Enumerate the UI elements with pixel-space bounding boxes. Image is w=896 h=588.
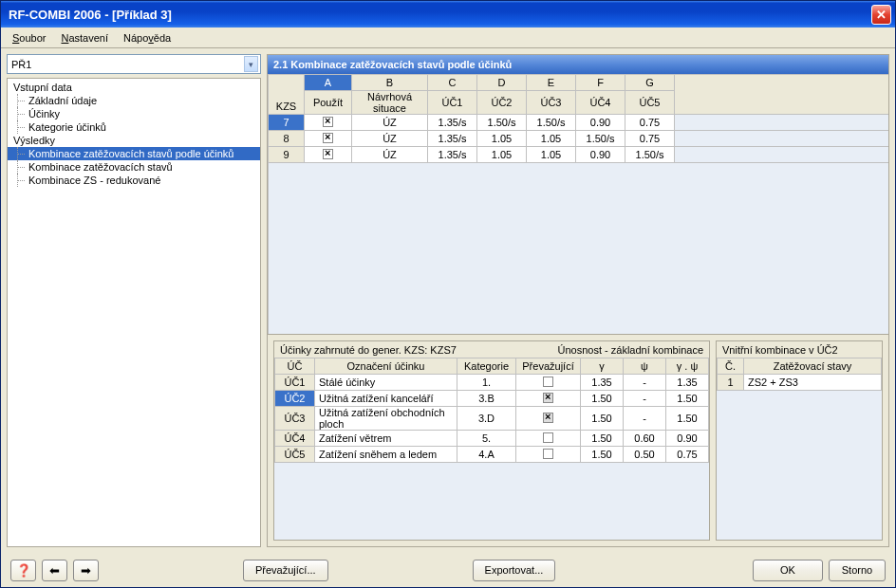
menu-help[interactable]: Nápověda [118, 30, 177, 46]
nav-next-button[interactable]: ➡ [73, 560, 99, 581]
ok-button[interactable]: OK [753, 560, 823, 581]
chevron-down-icon[interactable]: ▾ [244, 56, 258, 72]
checkbox-icon [543, 413, 553, 423]
close-button[interactable]: ✕ [871, 5, 891, 25]
inner-combinations-table[interactable]: Č. Zatěžovací stavy 1 ZS2 + ZS3 [717, 358, 882, 391]
case-select[interactable]: PŘ1 ▾ [7, 54, 261, 74]
menu-settings[interactable]: Nastavení [55, 30, 114, 46]
row-header[interactable]: ÚČ4 [275, 431, 315, 447]
tree-item[interactable]: Účinky [8, 107, 260, 120]
effects-table[interactable]: ÚČ Označení účinku Kategorie Převažující… [274, 358, 709, 463]
checkbox-icon [543, 432, 553, 443]
cancel-button[interactable]: Storno [829, 560, 886, 581]
titlebar: RF-COMBI 2006 - [Příklad 3] ✕ [1, 1, 895, 28]
checkbox-icon [543, 393, 553, 403]
menu-file[interactable]: Soubor [7, 30, 51, 46]
combinations-table[interactable]: KZS A B C D E F G Použít Návrhová situac… [268, 74, 888, 335]
checkbox-icon [323, 117, 333, 127]
row-header[interactable]: 7 [269, 115, 305, 131]
tree-item[interactable]: Kombinace zatěžovacích stavů [8, 160, 260, 174]
tree-group-results[interactable]: Výsledky [8, 134, 260, 147]
checkbox-icon [543, 377, 553, 387]
checkbox-icon [323, 133, 333, 143]
row-header[interactable]: ÚČ2 [275, 391, 315, 407]
tree-item[interactable]: Kategorie účinků [8, 120, 260, 134]
menubar: Soubor Nastavení Nápověda [1, 28, 895, 48]
row-header[interactable]: 8 [269, 131, 305, 147]
section-header: 2.1 Kombinace zatěžovacích stavů podle ú… [268, 55, 888, 74]
inner-combinations-panel: Vnitřní kombinace v ÚČ2 Č. Zatěžovací st… [716, 340, 883, 541]
navigation-tree[interactable]: Vstupní data Základní údaje Účinky Kateg… [7, 78, 261, 547]
row-header[interactable]: ÚČ1 [275, 375, 315, 391]
effects-panel: Účinky zahrnuté do gener. KZS: KZS7 Únos… [273, 340, 710, 541]
tree-item[interactable]: Kombinace zatěžovacích stavů podle účink… [8, 147, 260, 160]
tree-group-input[interactable]: Vstupní data [8, 81, 260, 94]
row-header[interactable]: 9 [269, 147, 305, 163]
tree-item[interactable]: Kombinace ZS - redukované [8, 174, 260, 187]
col-kzs: KZS [269, 75, 305, 115]
row-header[interactable]: ÚČ5 [275, 447, 315, 463]
checkbox-icon [323, 149, 333, 159]
tree-item[interactable]: Základní údaje [8, 94, 260, 107]
row-header[interactable]: ÚČ3 [275, 407, 315, 431]
footer: ❓ ⬅ ➡ Převažující... Exportovat... OK St… [1, 553, 895, 587]
predominant-button[interactable]: Převažující... [243, 560, 328, 581]
nav-prev-button[interactable]: ⬅ [42, 560, 67, 581]
help-button[interactable]: ❓ [10, 560, 36, 581]
export-button[interactable]: Exportovat... [473, 560, 556, 581]
checkbox-icon [543, 449, 553, 459]
window-title: RF-COMBI 2006 - [Příklad 3] [5, 8, 871, 22]
